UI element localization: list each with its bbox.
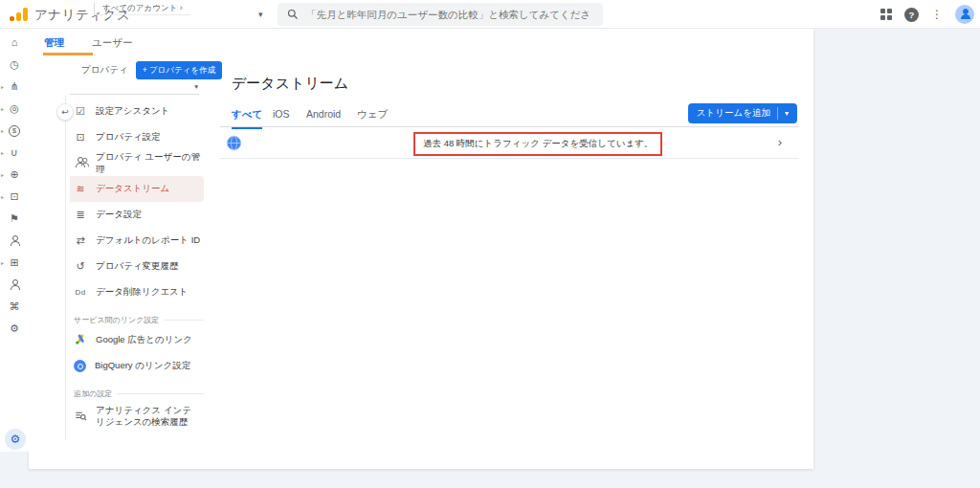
rail-item-explore[interactable]: ⌘ [0, 296, 29, 318]
rail-item-user[interactable] [0, 230, 29, 252]
menu-item-label: BigQuery のリンク設定 [95, 360, 190, 372]
stream-type-tabs: すべて iOS Android ウェブ ストリームを追加 ▾ [220, 101, 799, 127]
bigquery-icon [74, 360, 86, 372]
search-bar[interactable] [278, 3, 603, 26]
admin-gear-button[interactable]: ⚙ [5, 429, 26, 450]
menu-item-property-settings[interactable]: ⊡ プロパティ設定 [70, 124, 204, 150]
expand-caret-icon[interactable]: ▸ [1, 83, 4, 90]
lifecycle-icon: ⋔ [10, 81, 18, 92]
rail-item-settings[interactable]: ⚙ [0, 318, 29, 340]
retention-icon: ∪ [11, 147, 18, 158]
chevron-right-icon[interactable]: › [778, 135, 782, 149]
person-icon [10, 235, 20, 246]
collapse-panel-button[interactable]: ↩ [56, 103, 74, 121]
google-ads-icon [74, 333, 87, 347]
back-arrow-icon: ↩ [61, 107, 69, 117]
rail-item-home[interactable]: ⌂ [0, 32, 29, 54]
database-icon: ≣ [74, 210, 87, 220]
rail-item-retention[interactable]: ▸∪ [0, 142, 29, 164]
tab-user[interactable]: ユーザー [92, 36, 133, 50]
menu-item-data-deletion[interactable]: Dd データ削除リクエスト [70, 279, 204, 305]
rail-item-tech[interactable]: ▸⊡ [0, 186, 29, 208]
expand-caret-icon[interactable]: ▸ [1, 127, 4, 134]
person-list-icon [10, 279, 20, 290]
kebab-menu-icon[interactable]: ⋮ [931, 8, 943, 21]
menu-item-label: データストリーム [96, 183, 169, 195]
create-property-button[interactable]: + プロパティを作成 [136, 61, 223, 79]
tab-ios[interactable]: iOS [273, 108, 290, 120]
section-product-linking: サービス間のリンク設定 [74, 315, 204, 325]
expand-caret-icon[interactable]: ▸ [1, 105, 4, 112]
tab-admin[interactable]: 管理 [44, 36, 64, 50]
tab-all-streams[interactable]: すべて [232, 108, 262, 129]
monetization-icon: $ [9, 125, 20, 137]
menu-item-label: プロパティ設定 [96, 131, 161, 144]
add-stream-button[interactable]: ストリームを追加 ▾ [688, 103, 797, 123]
account-caret-down-icon[interactable]: ▾ [258, 10, 263, 19]
menu-item-bigquery-link[interactable]: BigQuery のリンク設定 [70, 353, 204, 379]
menu-item-setup-assistant[interactable]: ☑ 設定アシスタント [70, 99, 204, 124]
menu-item-property-users[interactable]: プロパティ ユーザーの管理 [70, 150, 204, 176]
avatar-person-icon [960, 9, 970, 19]
traffic-status-annotation: 過去 48 時間にトラフィック データを受信しています。 [413, 132, 662, 156]
property-menu: ☑ 設定アシスタント ⊡ プロパティ設定 プロパティ ユーザーの管理 ≋ データ… [70, 99, 204, 432]
menu-item-default-reporting-id[interactable]: ⇄ デフォルトのレポート ID [70, 228, 204, 254]
analytics-logo-icon[interactable] [10, 8, 29, 21]
button-separator [777, 107, 778, 120]
page-title: データストリーム [232, 75, 348, 93]
small-gear-icon: ⚙ [10, 323, 19, 334]
expand-caret-icon[interactable]: ▸ [1, 259, 4, 266]
rail-item-monetization[interactable]: ▸$ [0, 120, 29, 142]
add-stream-label: ストリームを追加 [697, 107, 770, 120]
expand-caret-icon[interactable]: ▸ [1, 171, 4, 178]
menu-item-change-history[interactable]: ↺ プロパティ変更履歴 [70, 254, 204, 279]
rail-item-audiences[interactable] [0, 274, 29, 296]
rail-item-realtime[interactable]: ◷ [0, 54, 29, 76]
menu-item-intelligence-search-history[interactable]: アナリティクス インテリジェンスの検索履歴 [70, 401, 204, 432]
rail-item-flag[interactable]: ⚑ [0, 208, 29, 230]
tab-web[interactable]: ウェブ [357, 108, 388, 122]
window-icon: ⊡ [74, 132, 87, 143]
menu-item-data-streams[interactable]: ≋ データストリーム [70, 176, 204, 202]
menu-item-label: データ設定 [96, 209, 142, 221]
rail-item-lifecycle[interactable]: ▸⋔ [0, 76, 29, 98]
sitemap-icon: ⌘ [10, 301, 20, 312]
rail-item-engagement[interactable]: ▸◎ [0, 98, 29, 120]
gear-icon: ⚙ [11, 433, 21, 446]
search-input[interactable] [306, 9, 589, 20]
menu-item-label: Google 広告とのリンク [96, 334, 192, 346]
menu-item-data-settings[interactable]: ≣ データ設定 [70, 202, 204, 228]
menu-item-label: データ削除リクエスト [96, 286, 189, 299]
tab-android[interactable]: Android [306, 108, 341, 120]
panel-divider [65, 96, 66, 440]
expand-caret-icon[interactable]: ▸ [1, 193, 4, 200]
search-history-icon [74, 410, 87, 424]
caret-down-icon: ▾ [785, 109, 789, 118]
rail-item-demographics[interactable]: ▸⊕ [0, 164, 29, 186]
home-icon: ⌂ [11, 37, 18, 48]
section-additional-settings: 追加の設定 [74, 388, 204, 399]
data-deletion-icon: Dd [74, 289, 87, 297]
help-icon[interactable]: ? [904, 8, 919, 22]
property-caret-down-icon: ▾ [194, 82, 198, 91]
apps-grid-icon[interactable] [880, 9, 892, 20]
admin-content-card: 管理 ユーザー ↩ プロパティ + プロパティを作成 ▾ ☑ 設定アシスタント … [29, 29, 813, 469]
identity-swap-icon: ⇄ [74, 235, 87, 246]
data-stream-row[interactable]: 過去 48 時間にトラフィック データを受信しています。 › [220, 127, 799, 159]
data-stream-icon: ≋ [74, 184, 87, 194]
property-column-label: プロパティ [81, 64, 128, 77]
property-selector[interactable]: ▾ [70, 78, 199, 95]
engagement-icon: ◎ [10, 103, 19, 114]
user-avatar[interactable] [955, 5, 974, 24]
devices-icon: ⊡ [10, 191, 18, 202]
library-icon: ⊞ [10, 257, 18, 268]
flag-icon: ⚑ [10, 213, 19, 224]
expand-caret-icon[interactable]: ▸ [1, 149, 4, 156]
menu-item-label: プロパティ変更履歴 [96, 260, 179, 273]
rail-item-library[interactable]: ▸⊞ [0, 252, 29, 274]
menu-item-google-ads-link[interactable]: Google 広告とのリンク [70, 327, 204, 353]
orange-highlight-marker [43, 53, 93, 55]
account-selector[interactable]: すべてのアカウント › [94, 2, 190, 15]
menu-item-label: プロパティ ユーザーの管理 [96, 151, 204, 176]
checkbox-icon: ☑ [74, 106, 87, 117]
